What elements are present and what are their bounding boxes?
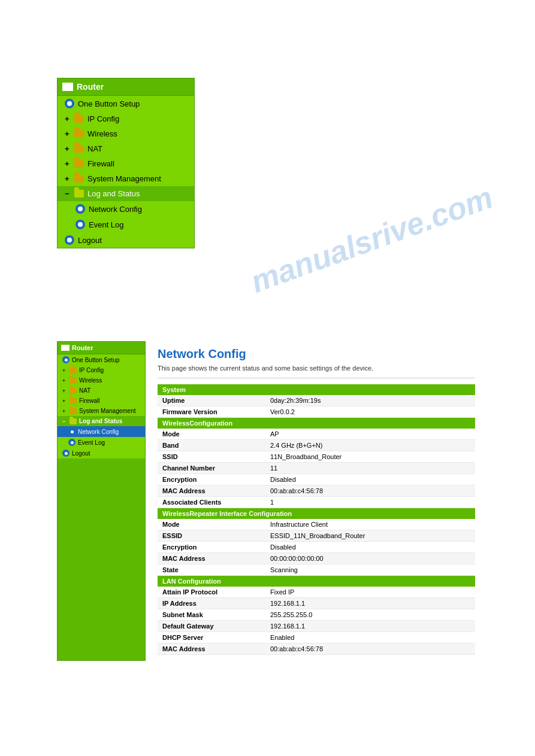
router-icon [62, 83, 73, 91]
menu-item-log-status[interactable]: − Log and Status [58, 186, 194, 201]
s-label-one-button-setup: One Button Setup [72, 357, 120, 363]
s-item-firewall[interactable]: + Firewall [58, 396, 145, 406]
settings-icon-logout [65, 235, 74, 245]
value-channel: 11 [265, 463, 475, 474]
s-icon-one-button-setup [62, 356, 69, 363]
section-wireless-config-label: WirelessConfiguration [158, 418, 475, 429]
menu-item-ip-config[interactable]: + IP Config [58, 111, 194, 126]
value-encryption: Disabled [265, 474, 475, 485]
menu-item-logout[interactable]: Logout [58, 232, 194, 248]
s-icon-logout [62, 450, 69, 457]
settings-icon-event-log [75, 220, 85, 229]
top-menu-header: Router [58, 78, 194, 96]
top-menu-title: Router [77, 82, 104, 92]
menu-label-ip-config: IP Config [87, 114, 119, 123]
menu-item-one-button-setup[interactable]: One Button Setup [58, 96, 194, 111]
s-prefix-nat: + [62, 388, 67, 394]
page-title: Network Config [158, 347, 475, 361]
label-ssid: SSID [158, 451, 265, 463]
s-subitem-network-config[interactable]: Network Config [58, 426, 145, 437]
s-item-one-button-setup[interactable]: One Button Setup [58, 354, 145, 365]
row-ip-address: IP Address 192.168.1.1 [158, 598, 475, 609]
s-item-wireless[interactable]: + Wireless [58, 375, 145, 385]
folder-icon-ip-config [74, 115, 84, 123]
s-folder-firewall [69, 398, 77, 404]
settings-icon-network-config [75, 204, 85, 214]
s-prefix-firewall: + [62, 398, 67, 404]
folder-icon-system-management [74, 175, 84, 183]
prefix-system-management: + [65, 174, 71, 183]
label-encryption: Encryption [158, 474, 265, 485]
small-sidebar: Router One Button Setup + IP Config + Wi… [57, 341, 146, 661]
s-folder-log-status [69, 418, 77, 424]
section-system-label: System [158, 384, 475, 395]
section-repeater-label: WirelessRepeater Interface Configuration [158, 508, 475, 520]
menu-label-firewall: Firewall [87, 159, 114, 168]
label-channel: Channel Number [158, 463, 265, 474]
watermark: manualsrive.com [246, 179, 498, 300]
label-mac-wireless: MAC Address [158, 485, 265, 497]
s-icon-network-config [68, 428, 75, 435]
s-label-log-status: Log and Status [79, 418, 122, 424]
submenu-item-network-config[interactable]: Network Config [58, 201, 194, 217]
label-subnet-mask: Subnet Mask [158, 609, 265, 621]
row-repeater-mode: Mode Infrastructure Client [158, 519, 475, 530]
main-content: Network Config This page shows the curre… [146, 341, 487, 661]
prefix-log-status: − [65, 189, 71, 198]
prefix-wireless: + [65, 129, 71, 138]
row-essid: ESSID ESSID_11N_Broadband_Router [158, 530, 475, 542]
menu-label-log-status: Log and Status [87, 189, 140, 198]
s-label-nat: NAT [79, 387, 90, 394]
small-router-icon [61, 345, 69, 351]
page-description: This page shows the current status and s… [158, 365, 475, 372]
row-firmware: Firmware Version Ver0.0.2 [158, 406, 475, 418]
prefix-ip-config: + [65, 114, 71, 123]
label-repeater-encryption: Encryption [158, 542, 265, 553]
row-repeater-mac: MAC Address 00:00:00:00:00:00 [158, 553, 475, 564]
value-default-gateway: 192.168.1.1 [265, 621, 475, 632]
divider [158, 378, 475, 378]
row-attain-ip: Attain IP Protocol Fixed IP [158, 587, 475, 598]
submenu-item-event-log[interactable]: Event Log [58, 217, 194, 232]
menu-item-system-management[interactable]: + System Management [58, 171, 194, 186]
s-item-logout[interactable]: Logout [58, 448, 145, 459]
row-state: State Scanning [158, 564, 475, 576]
label-ip-address: IP Address [158, 598, 265, 609]
value-mode: AP [265, 429, 475, 440]
row-band: Band 2.4 GHz (B+G+N) [158, 440, 475, 451]
config-table: System Uptime 0day:2h:39m:19s Firmware V… [158, 384, 475, 655]
submenu-label-event-log: Event Log [89, 220, 124, 229]
value-repeater-encryption: Disabled [265, 542, 475, 553]
s-icon-event-log [68, 439, 75, 446]
label-mode: Mode [158, 429, 265, 440]
label-dhcp-server: DHCP Server [158, 632, 265, 643]
s-item-ip-config[interactable]: + IP Config [58, 365, 145, 375]
label-firmware: Firmware Version [158, 406, 265, 418]
label-uptime: Uptime [158, 395, 265, 406]
value-associated-clients: 1 [265, 497, 475, 508]
menu-item-firewall[interactable]: + Firewall [58, 156, 194, 171]
menu-item-nat[interactable]: + NAT [58, 141, 194, 156]
label-state: State [158, 564, 265, 576]
row-subnet-mask: Subnet Mask 255.255.255.0 [158, 609, 475, 621]
value-uptime: 0day:2h:39m:19s [265, 395, 475, 406]
menu-item-wireless[interactable]: + Wireless [58, 126, 194, 141]
value-band: 2.4 GHz (B+G+N) [265, 440, 475, 451]
label-repeater-mode: Mode [158, 519, 265, 530]
value-ip-address: 192.168.1.1 [265, 598, 475, 609]
s-subitem-event-log[interactable]: Event Log [58, 437, 145, 448]
s-label-ip-config: IP Config [79, 367, 104, 374]
s-item-nat[interactable]: + NAT [58, 385, 145, 396]
s-item-system-management[interactable]: + System Management [58, 406, 145, 416]
s-item-log-status[interactable]: − Log and Status [58, 416, 145, 426]
folder-icon-firewall [74, 160, 84, 168]
s-label-wireless: Wireless [79, 377, 102, 384]
value-ssid: 11N_Broadband_Router [265, 451, 475, 463]
value-mac-wireless: 00:ab:ab:c4:56:78 [265, 485, 475, 497]
s-prefix-log-status: − [62, 418, 67, 424]
label-lan-mac: MAC Address [158, 643, 265, 655]
row-associated-clients: Associated Clients 1 [158, 497, 475, 508]
s-prefix-ip-config: + [62, 368, 67, 374]
value-dhcp-server: Enabled [265, 632, 475, 643]
menu-label-system-management: System Management [87, 174, 161, 183]
